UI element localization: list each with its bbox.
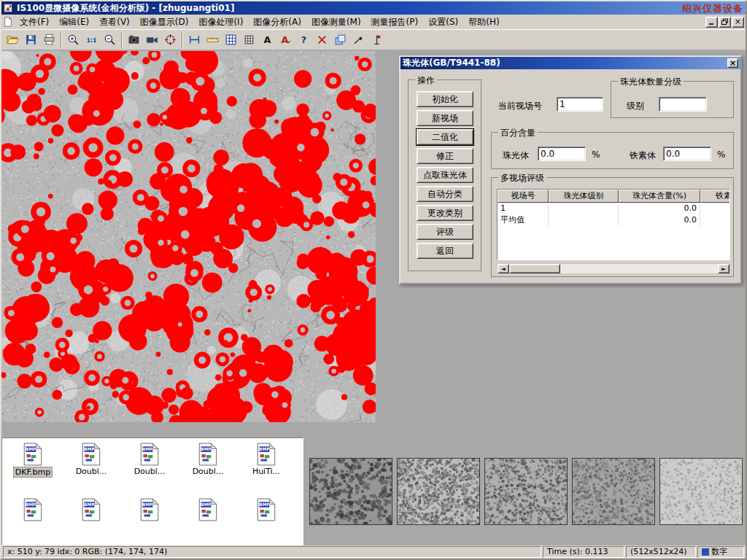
file-item[interactable]: BMPDoubl...	[120, 440, 179, 487]
target-button[interactable]	[161, 31, 179, 49]
file-item[interactable]: BMP	[179, 496, 237, 542]
flag-button[interactable]	[368, 31, 386, 49]
op-button[interactable]: 返回	[417, 243, 473, 259]
file-item[interactable]: BMPDoubl...	[62, 440, 120, 487]
table-header-cell[interactable]: 珠光体级别	[549, 190, 619, 203]
table-header-cell[interactable]: 视场号	[498, 190, 549, 203]
svg-text:BMP: BMP	[201, 502, 212, 507]
file-item[interactable]: BMPDoubl...	[179, 440, 237, 487]
thumbnail-image[interactable]	[659, 458, 743, 525]
menu-item[interactable]: 编辑(E)	[54, 15, 94, 30]
file-item[interactable]: BMP	[62, 496, 120, 542]
file-row-1: BMPDKF.bmpBMPDoubl...BMPDoubl...BMPDoubl…	[4, 440, 301, 487]
help-button[interactable]: ?	[295, 31, 313, 49]
table-row[interactable]: 10.0	[498, 203, 729, 214]
one-to-one-button[interactable]: 1:1	[82, 31, 101, 49]
op-button[interactable]: 更改类别	[417, 205, 473, 221]
bmp-file-icon: BMP	[82, 443, 101, 466]
scroll-left-arrow[interactable]: ◄	[498, 264, 509, 273]
mdi-child-controls: ×	[705, 17, 744, 28]
letter-a-red-icon: A	[279, 34, 292, 46]
child-close-button[interactable]: ×	[732, 17, 744, 28]
pearlite-input[interactable]	[538, 147, 586, 161]
menu-item[interactable]: 图像处理(I)	[193, 15, 248, 30]
op-button[interactable]: 二值化	[417, 129, 473, 145]
file-item[interactable]: BMP	[120, 496, 179, 542]
op-button[interactable]: 点取珠光体	[417, 167, 473, 183]
op-button[interactable]: 新视场	[417, 110, 473, 126]
table-header-row: 视场号珠光体级别珠光体含量(%)铁素	[498, 190, 729, 203]
bmp-file-icon: BMP	[198, 498, 217, 521]
caliper-button[interactable]	[185, 31, 204, 49]
letter-a-button[interactable]: A	[258, 31, 276, 49]
ruler-button[interactable]	[204, 31, 222, 49]
print-icon	[43, 34, 55, 46]
multifield-legend: 多视场评级	[498, 173, 546, 183]
letter-a-red-button[interactable]: A	[276, 31, 295, 49]
dialog-title-bar[interactable]: 珠光体(GB/T9441-88) ×	[400, 57, 740, 69]
thumbnail-image[interactable]	[397, 458, 480, 525]
ferrite-input[interactable]	[663, 147, 711, 161]
grade-label: 级别	[627, 100, 644, 112]
toolbar-separator	[61, 33, 62, 47]
metallograph-image[interactable]	[1, 51, 376, 422]
file-item[interactable]: BMP	[237, 496, 295, 542]
bmp-file-icon: BMP	[198, 443, 217, 466]
save-button[interactable]	[22, 31, 40, 49]
menu-item[interactable]: 帮助(H)	[463, 15, 504, 30]
open-button[interactable]	[4, 31, 22, 49]
thumbnail-image[interactable]	[309, 458, 392, 525]
print-button[interactable]	[40, 31, 58, 49]
bmp-file-icon: BMP	[140, 443, 159, 466]
grid-button[interactable]	[222, 31, 240, 49]
menu-item[interactable]: 图像显示(D)	[135, 15, 194, 30]
op-button[interactable]: 修正	[417, 148, 473, 164]
table-hscrollbar[interactable]: ◄ ►	[497, 263, 730, 274]
file-item[interactable]: BMP	[4, 496, 62, 542]
thumbnail-image[interactable]	[484, 458, 568, 525]
svg-text:BMP: BMP	[84, 447, 95, 451]
grade-group: 珠光体数量分级 级别	[611, 81, 735, 119]
menu-item[interactable]: 查看(V)	[94, 15, 135, 30]
table-header-cell[interactable]: 珠光体含量(%)	[619, 190, 700, 203]
bmp-file-icon: BMP	[23, 443, 42, 466]
title-bar[interactable]: IS100显微摄像系统(金相分析版) - [zhuguangti01]	[1, 1, 746, 15]
grade-input[interactable]	[659, 97, 707, 112]
grid-small-button[interactable]	[240, 31, 258, 49]
table-cell: 1	[498, 203, 549, 214]
menu-item[interactable]: 文件(F)	[15, 15, 54, 30]
picker-button[interactable]	[349, 31, 368, 49]
op-button[interactable]: 初始化	[417, 91, 473, 107]
document-icon[interactable]	[3, 17, 15, 27]
video-button[interactable]	[143, 31, 161, 49]
thumbnail-image[interactable]	[572, 458, 655, 525]
table-header-cell[interactable]: 铁素	[700, 190, 730, 203]
current-field-input[interactable]	[557, 97, 603, 112]
dialog-close-button[interactable]: ×	[727, 58, 738, 68]
menu-item[interactable]: 图像测量(M)	[306, 15, 366, 30]
layers-icon	[334, 34, 347, 46]
grade-group-legend: 珠光体数量分级	[618, 77, 684, 87]
cut-button[interactable]	[313, 31, 331, 49]
layers-button[interactable]	[331, 31, 349, 49]
zoom-out-button[interactable]	[101, 31, 119, 49]
file-item[interactable]: BMPHuiTi...	[237, 440, 295, 487]
menu-item[interactable]: 测量报告(P)	[366, 15, 424, 30]
table-row[interactable]: 平均值0.0	[498, 214, 729, 226]
child-restore-button[interactable]	[719, 17, 731, 28]
child-minimize-button[interactable]	[705, 17, 718, 28]
file-name: Doubl...	[191, 467, 225, 476]
op-button[interactable]: 自动分类	[417, 186, 473, 202]
menu-item[interactable]: 图像分析(A)	[248, 15, 306, 30]
scroll-right-arrow[interactable]: ►	[718, 264, 729, 273]
menu-bar: 文件(F)编辑(E)查看(V)图像显示(D)图像处理(I)图像分析(A)图像测量…	[1, 15, 746, 29]
file-browser: BMPDKF.bmpBMPDoubl...BMPDoubl...BMPDoubl…	[1, 438, 303, 545]
zoom-in-button[interactable]	[64, 31, 82, 49]
op-button[interactable]: 评级	[417, 224, 473, 240]
cut-icon	[316, 34, 328, 46]
menu-item[interactable]: 设置(S)	[423, 15, 463, 30]
snapshot-button[interactable]	[125, 31, 143, 49]
scroll-thumb[interactable]	[509, 264, 560, 273]
scroll-track[interactable]	[560, 264, 718, 273]
file-item[interactable]: BMPDKF.bmp	[4, 440, 62, 487]
